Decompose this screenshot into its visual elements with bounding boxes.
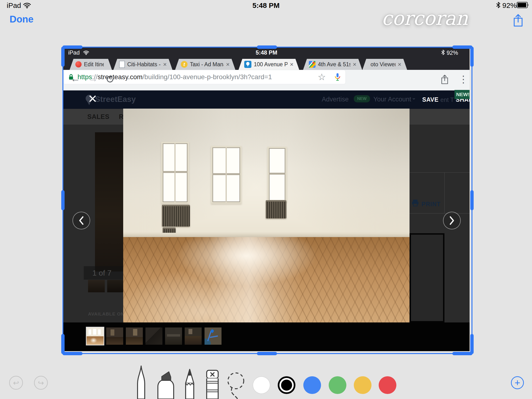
google-maps-favicon <box>309 61 316 68</box>
dimmed-listing-photo <box>95 132 123 272</box>
chevron-down-icon: ⌄ <box>412 94 416 101</box>
baseboard <box>123 233 410 237</box>
thumbnail-3[interactable] <box>126 328 143 345</box>
tab-edit-itinerary[interactable]: Edit Itinerary <box>70 59 112 70</box>
window-pane <box>269 173 285 175</box>
bluetooth-icon <box>441 50 445 55</box>
close-icon[interactable]: × <box>163 61 167 68</box>
new-feature-badge: NEW! <box>455 90 469 99</box>
nav-sales[interactable]: SALES <box>87 113 110 120</box>
close-icon[interactable]: × <box>353 61 356 68</box>
thumbnail-7-map[interactable] <box>204 328 222 345</box>
photo-counter-box: 1 of 7 <box>84 266 123 280</box>
highlighter-tool[interactable] <box>157 370 175 399</box>
plus-icon: + <box>514 377 520 388</box>
pencil-tool[interactable] <box>181 368 198 399</box>
add-tool-button[interactable]: + <box>511 376 524 389</box>
next-photo-button[interactable] <box>443 212 461 229</box>
color-swatch-black-selected[interactable] <box>278 376 295 394</box>
wifi-icon <box>23 2 31 8</box>
battery-fill <box>518 3 526 7</box>
radiator-right <box>266 200 286 218</box>
chevron-left-icon <box>78 216 84 225</box>
printer-icon <box>412 199 419 206</box>
reload-icon[interactable] <box>106 75 114 84</box>
bluetooth-icon <box>496 2 501 8</box>
taxi-favicon: t <box>181 61 188 68</box>
menu-dots-icon[interactable]: ⋮ <box>459 74 468 85</box>
streeteasy-wordmark: StreetEasy <box>95 95 136 104</box>
done-button[interactable]: Done <box>10 14 33 25</box>
selected-ring <box>279 378 294 392</box>
close-icon[interactable]: × <box>398 61 401 68</box>
inner-battery-percent: 92% <box>447 50 458 56</box>
dimmed-sidebar-box <box>410 233 444 323</box>
clock: 5:48 PM <box>247 1 285 10</box>
battery-percent: 92% <box>502 1 517 10</box>
close-photo-viewer-icon[interactable]: × <box>88 90 97 107</box>
eraser-tool[interactable] <box>205 370 220 399</box>
device-label: iPad <box>7 1 21 10</box>
thumbnail-4[interactable] <box>146 328 162 345</box>
annotated-screenshot[interactable]: iPad 5:48 PM 92% Edit Itinerary Citi-Hab… <box>63 48 469 351</box>
undo-button[interactable]: ↩ <box>9 376 23 390</box>
chevron-right-icon <box>449 216 455 225</box>
handle-bottom <box>257 352 277 355</box>
window-right <box>267 147 287 202</box>
prev-photo-button[interactable] <box>72 212 90 229</box>
battery-icon <box>517 2 528 8</box>
inner-status-bar: iPad 5:48 PM 92% <box>63 48 469 57</box>
forward-icon[interactable]: → <box>88 73 98 84</box>
document-favicon <box>119 61 125 68</box>
window-pane <box>174 143 176 202</box>
thumbnail-strip <box>63 323 469 351</box>
tab-citi-habitats[interactable]: Citi-Habitats - Sea × <box>113 59 172 70</box>
photo-counter: 1 of 7 <box>92 269 111 278</box>
redo-button[interactable]: ↪ <box>34 376 48 390</box>
thumbnail-1-selected[interactable] <box>87 328 104 345</box>
tab-100-avenue-p[interactable]: 100 Avenue P #3 × <box>239 59 299 70</box>
radiator-left <box>162 205 190 227</box>
close-icon[interactable]: × <box>226 61 230 68</box>
dimmed-thumbnail[interactable] <box>88 280 105 292</box>
color-swatch-yellow[interactable] <box>354 376 372 394</box>
share-button-icon[interactable] <box>512 13 524 27</box>
advertise-link[interactable]: Advertise <box>322 96 349 103</box>
inner-clock: 5:48 PM <box>247 49 286 56</box>
close-icon[interactable]: × <box>290 61 293 68</box>
tab-photo-viewer[interactable]: oto Viewer × <box>362 59 407 70</box>
tab-taxi-ad-manager[interactable]: t Taxi - Ad Manage × <box>175 59 235 70</box>
thumbnail-2[interactable] <box>106 328 123 345</box>
window-center <box>211 146 242 203</box>
pen-tool[interactable] <box>132 366 150 399</box>
tomato-favicon <box>75 61 82 67</box>
save-button[interactable]: SAVE <box>422 96 438 103</box>
streeteasy-header: StreetEasy × Advertise NEW Your Account … <box>63 90 469 109</box>
print-button[interactable]: PRINT <box>421 201 441 208</box>
color-swatch-red[interactable] <box>379 376 396 394</box>
redo-icon: ↪ <box>38 379 44 387</box>
share-icon[interactable] <box>440 74 449 85</box>
color-swatch-green[interactable] <box>329 376 346 394</box>
voice-search-icon[interactable] <box>334 72 341 82</box>
advertise-new-badge: NEW <box>354 95 370 102</box>
agent-tools-partial: ent T <box>440 96 454 103</box>
watermark-logo: corcoran <box>381 7 468 29</box>
bookmark-star-icon[interactable]: ☆ <box>318 72 326 82</box>
color-swatch-blue[interactable] <box>303 376 321 394</box>
back-icon[interactable]: ← <box>70 73 80 84</box>
your-account-link[interactable]: Your Account <box>374 96 411 103</box>
listing-photo <box>123 109 410 323</box>
dimmed-thumbnail[interactable] <box>107 280 123 292</box>
thumbnail-6[interactable] <box>185 328 202 345</box>
thumbnail-5[interactable] <box>165 328 182 345</box>
browser-toolbar: ← → https://streeteasy.com/building/100-… <box>63 70 469 91</box>
tab-4th-ave[interactable]: 4th Ave & 51st St - × <box>303 59 362 70</box>
lasso-tool[interactable] <box>225 371 245 399</box>
window-pane <box>226 147 227 202</box>
wifi-icon <box>83 50 89 55</box>
color-swatch-white[interactable] <box>253 376 270 394</box>
url-domain: streeteasy.com <box>98 73 143 81</box>
handle-right <box>470 190 474 210</box>
window-left <box>161 142 189 203</box>
